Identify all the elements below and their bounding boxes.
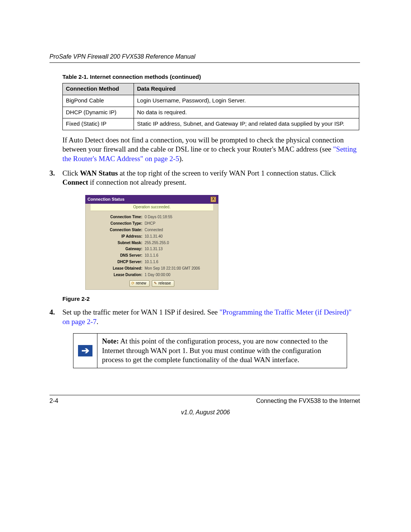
ui-term-connect: Connect (62, 178, 88, 186)
text: at the top right of the screen to verify… (118, 169, 336, 177)
step-number: 3. (49, 169, 55, 178)
step-4: 4. Set up the traffic meter for WAN 1 IS… (49, 308, 360, 368)
cs-rows: Connection Time:0 Days 01:18:55 Connecti… (85, 214, 218, 278)
cs-row: Gateway:10.1.31.13 (85, 246, 218, 252)
cs-titlebar: Connection Status X (85, 195, 218, 204)
close-icon[interactable]: X (210, 197, 216, 202)
text: If Auto Detect does not find a connectio… (62, 136, 344, 153)
steps-list: 3. Click WAN Status at the top right of … (49, 169, 360, 368)
table-row: BigPond Cable Login Username, Password),… (63, 95, 359, 107)
step-3: 3. Click WAN Status at the top right of … (49, 169, 360, 302)
cs-value: Connected (145, 228, 163, 233)
text: Click (62, 169, 80, 177)
cs-value: 10.1.31.13 (145, 247, 162, 252)
note-box: ➔ Note: At this point of the configurati… (73, 333, 347, 368)
cell-data: Static IP address, Subnet, and Gateway I… (134, 118, 359, 130)
cs-value: 255.255.255.0 (145, 241, 169, 246)
version-footer: v1.0, August 2006 (0, 409, 411, 416)
cell-method: DHCP (Dynamic IP) (63, 107, 134, 118)
cs-row: DNS Server:10.1.1.6 (85, 252, 218, 259)
cs-value: DHCP (145, 221, 155, 226)
ui-term-wan-status: WAN Status (80, 169, 118, 177)
page-number: 2-4 (49, 398, 58, 404)
connection-status-figure: Connection Status X Operation succeeded.… (85, 195, 360, 290)
cs-label: Lease Obtained: (85, 266, 145, 271)
running-header: ProSafe VPN Firewall 200 FVX538 Referenc… (49, 53, 360, 63)
table-header-row: Connection Method Data Required (63, 83, 359, 95)
cs-row: Connection State:Connected (85, 227, 218, 233)
table-header-method: Connection Method (63, 83, 134, 95)
arrow-right-icon: ➔ (78, 345, 92, 356)
section-title: Connecting the FVX538 to the Internet (256, 398, 360, 404)
cs-value: 0 Days 01:18:55 (145, 215, 172, 220)
cs-title: Connection Status (88, 197, 124, 202)
cs-label: Lease Duration: (85, 273, 145, 278)
table-caption: Table 2-1. Internet connection methods (… (62, 73, 360, 80)
cs-label: DNS Server: (85, 253, 145, 258)
btn-label: release (158, 281, 171, 286)
cs-status-message: Operation succeeded. (91, 204, 213, 211)
cs-value: 10.1.31.40 (145, 234, 162, 239)
cs-label: Connection Type: (85, 221, 145, 226)
cs-row: Subnet Mask:255.255.255.0 (85, 240, 218, 246)
refresh-icon: ⟳ (131, 281, 134, 286)
cs-label: Connection State: (85, 228, 145, 233)
cs-row: Connection Type:DHCP (85, 220, 218, 227)
cs-row: Connection Time:0 Days 01:18:55 (85, 214, 218, 220)
cell-data: No data is required. (134, 107, 359, 118)
cs-value: 1 Day 00:00:00 (145, 273, 170, 278)
disconnect-icon: ✎ (154, 281, 157, 286)
page-footer: 2-4 Connecting the FVX538 to the Interne… (49, 395, 360, 404)
cell-method: Fixed (Static) IP (63, 118, 134, 130)
cs-label: IP Address: (85, 234, 145, 239)
renew-button[interactable]: ⟳renew (129, 280, 150, 287)
text: if connection not already present. (88, 178, 187, 186)
cs-label: Gateway: (85, 247, 145, 252)
cs-label: Subnet Mask: (85, 241, 145, 246)
figure-caption: Figure 2-2 (62, 295, 360, 302)
btn-label: renew (136, 281, 146, 286)
page-content: ProSafe VPN Firewall 200 FVX538 Referenc… (49, 53, 360, 374)
table-header-data: Data Required (134, 83, 359, 95)
cs-label: Connection Time: (85, 215, 145, 220)
note-label: Note: (102, 337, 119, 345)
cs-row: IP Address:10.1.31.40 (85, 233, 218, 240)
auto-detect-paragraph: If Auto Detect does not find a connectio… (62, 136, 360, 163)
note-text-cell: Note: At this point of the configuration… (97, 333, 347, 368)
cs-row: DHCP Server:10.1.1.6 (85, 259, 218, 265)
text: Set up the traffic meter for WAN 1 ISP i… (62, 308, 220, 316)
cs-value: 10.1.1.6 (145, 260, 158, 265)
table-row: DHCP (Dynamic IP) No data is required. (63, 107, 359, 118)
release-button[interactable]: ✎release (152, 280, 174, 287)
table-row: Fixed (Static) IP Static IP address, Sub… (63, 118, 359, 130)
cs-value: 10.1.1.6 (145, 253, 158, 258)
cell-method: BigPond Cable (63, 95, 134, 107)
cs-value: Mon Sep 18 22:31:00 GMT 2006 (145, 266, 200, 271)
text: ). (179, 155, 183, 163)
connection-status-panel: Connection Status X Operation succeeded.… (85, 195, 218, 290)
cs-buttons: ⟳renew ✎release (85, 280, 218, 287)
cell-data: Login Username, Password), Login Server. (134, 95, 359, 107)
step-number: 4. (49, 308, 55, 317)
cs-label: DHCP Server: (85, 260, 145, 265)
connection-methods-table: Connection Method Data Required BigPond … (62, 83, 359, 130)
cs-row: Lease Obtained:Mon Sep 18 22:31:00 GMT 2… (85, 265, 218, 272)
note-icon-cell: ➔ (73, 333, 97, 368)
cs-row: Lease Duration:1 Day 00:00:00 (85, 272, 218, 278)
text: . (97, 318, 99, 326)
note-text: At this point of the configuration proce… (102, 337, 328, 364)
